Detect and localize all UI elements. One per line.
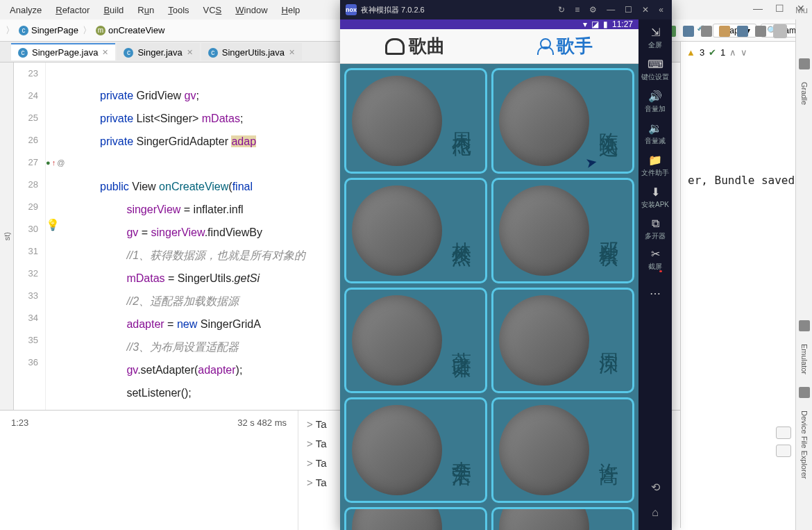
device-explorer-icon[interactable] <box>799 387 810 398</box>
window-close-button[interactable]: ✕ <box>797 3 805 14</box>
nox-fullscreen-button[interactable]: ⇲全屏 <box>640 24 670 51</box>
right-tool-strip: Gradle Emulator Device File Explorer <box>795 19 812 530</box>
user-avatar-icon[interactable] <box>773 24 787 38</box>
right-inspection-panel: ▲3 ✔1 ∧ ∨ er, Bundle savedI <box>680 42 812 528</box>
singer-cell[interactable]: 林俊杰 <box>344 178 487 283</box>
toolbar-icon-5[interactable] <box>737 26 748 37</box>
build-time: 1:23 <box>11 417 28 428</box>
nox-more-button[interactable]: ⋯ <box>640 279 670 307</box>
left-tool-strip[interactable]: st) <box>0 63 14 410</box>
close-icon[interactable]: ✕ <box>102 48 108 57</box>
android-status-bar: ▾ ◪ ▮ 11:27 <box>340 19 638 29</box>
menu-run[interactable]: Run <box>132 3 160 17</box>
breadcrumb-sep: 〉 <box>6 24 15 37</box>
menu-help[interactable]: Help <box>276 3 306 17</box>
window-controls: — ☐ ✕ <box>753 3 805 14</box>
close-icon[interactable]: ✕ <box>187 48 193 57</box>
close-icon[interactable]: ✕ <box>289 48 295 57</box>
menu-window[interactable]: Window <box>230 3 273 17</box>
app-content: 歌曲 歌手 周杰伦 陈奕迅 林俊杰 邓紫棋 薛之谦 周深 李荣浩 许嵩 张 刘 <box>340 29 638 530</box>
intention-bulb-icon[interactable]: 💡 <box>46 218 94 240</box>
nox-menu-icon[interactable]: ≡ <box>572 5 582 15</box>
singer-cell[interactable]: 周杰伦 <box>344 68 487 174</box>
tab-singer[interactable]: cSinger.java✕ <box>117 43 199 60</box>
person-icon <box>536 38 552 55</box>
singer-cell[interactable]: 邓紫棋 <box>491 178 634 283</box>
check-icon[interactable]: ✔ <box>709 47 716 58</box>
window-minimize-button[interactable]: — <box>753 3 763 14</box>
android-back-button[interactable]: ⟲ <box>651 481 660 494</box>
signal-icon: ◪ <box>591 19 599 29</box>
build-status: 1:23 32 s 482 ms <box>0 411 298 530</box>
nox-maximize-button[interactable]: ☐ <box>622 5 635 15</box>
headphones-icon <box>385 38 405 55</box>
status-time: 11:27 <box>612 19 633 29</box>
side-button-1[interactable] <box>776 427 791 439</box>
wifi-icon: ▾ <box>583 19 587 29</box>
menu-refactor[interactable]: Refactor <box>50 3 95 17</box>
menu-vcs[interactable]: VCS <box>198 3 228 17</box>
singer-cell[interactable]: 李荣浩 <box>344 397 487 503</box>
nox-minimize-button[interactable]: — <box>604 5 618 15</box>
nox-collapse-icon[interactable]: « <box>656 5 666 15</box>
menu-tools[interactable]: Tools <box>162 3 194 17</box>
singer-avatar <box>499 405 589 495</box>
nox-keymap-button[interactable]: ⌨键位设置 <box>640 56 670 83</box>
breadcrumb-class[interactable]: cSingerPage <box>19 25 78 35</box>
tab-singerutils[interactable]: cSingerUtils.java✕ <box>201 43 302 60</box>
device-explorer-tab[interactable]: Device File Explorer <box>800 406 809 483</box>
menu-analyze[interactable]: Analyze <box>4 3 47 17</box>
singer-avatar <box>499 507 589 530</box>
android-home-button[interactable]: ⌂ <box>652 506 659 519</box>
build-elapsed: 32 s 482 ms <box>237 417 287 428</box>
singer-cell[interactable]: 刘 <box>491 507 634 530</box>
nox-volume-up-button[interactable]: 🔊音量加 <box>640 88 670 115</box>
toolbar-icon-3[interactable] <box>701 26 712 37</box>
warning-icon[interactable]: ▲ <box>686 47 695 58</box>
gradle-icon[interactable] <box>799 58 810 69</box>
menu-build[interactable]: Build <box>98 3 129 17</box>
side-small-buttons <box>776 427 791 457</box>
toolbar-icon-2[interactable] <box>683 26 694 37</box>
nox-multi-button[interactable]: ⧉多开器 <box>640 215 670 243</box>
tab-songs[interactable]: 歌曲 <box>340 29 489 63</box>
window-maximize-button[interactable]: ☐ <box>775 3 784 14</box>
toolbar-icon-6[interactable] <box>755 26 766 37</box>
singer-cell[interactable]: 许嵩 <box>491 397 634 503</box>
nav-up-icon[interactable]: ∧ <box>729 47 736 58</box>
singer-avatar <box>352 76 442 166</box>
singer-cell[interactable]: 陈奕迅 <box>491 68 634 174</box>
nox-close-button[interactable]: ✕ <box>639 5 652 15</box>
gutter-icons: ●↑@ 💡 <box>46 63 94 410</box>
nox-logo-icon: nox <box>346 4 357 15</box>
singer-cell[interactable]: 张 <box>344 507 487 530</box>
tab-singerpage[interactable]: cSingerPage.java✕ <box>11 43 115 60</box>
side-button-2[interactable] <box>776 445 791 457</box>
singer-avatar <box>499 295 589 386</box>
nox-install-apk-button[interactable]: ⬇安装APK <box>640 183 670 211</box>
battery-icon: ▮ <box>603 19 608 29</box>
singer-avatar <box>352 295 442 386</box>
nox-volume-down-button[interactable]: 🔉音量减 <box>640 119 670 147</box>
nox-screenshot-button[interactable]: ✂截屏 <box>640 247 670 275</box>
line-gutter: 23 24 25 26 27 28 29 30 31 32 33 34 35 3… <box>14 63 46 410</box>
breadcrumb-method[interactable]: monCreateView <box>96 25 164 35</box>
gradle-tab[interactable]: Gradle <box>800 78 809 109</box>
nox-settings-icon[interactable]: ⚙ <box>586 5 600 15</box>
singer-avatar <box>352 185 442 276</box>
singer-avatar <box>352 405 442 495</box>
singer-grid[interactable]: 周杰伦 陈奕迅 林俊杰 邓紫棋 薛之谦 周深 李荣浩 许嵩 张 刘 <box>340 64 638 530</box>
singer-avatar <box>352 507 442 530</box>
toolbar-icon-4[interactable] <box>719 26 730 37</box>
singer-cell[interactable]: 薛之谦 <box>344 288 487 393</box>
tab-singers[interactable]: 歌手 <box>489 29 638 63</box>
singer-cell[interactable]: 周深 <box>491 288 634 393</box>
nav-down-icon[interactable]: ∨ <box>741 47 747 58</box>
nox-sidebar: ⇲全屏 ⌨键位设置 🔊音量加 🔉音量减 📁文件助手 ⬇安装APK ⧉多开器 ✂截… <box>638 19 672 530</box>
emulator-icon[interactable] <box>799 320 810 331</box>
emulator-tab[interactable]: Emulator <box>800 340 809 379</box>
nox-file-button[interactable]: 📁文件助手 <box>640 151 670 179</box>
app-tabs: 歌曲 歌手 <box>340 29 638 64</box>
nox-sync-icon[interactable]: ↻ <box>555 5 568 15</box>
singer-avatar <box>499 76 589 166</box>
